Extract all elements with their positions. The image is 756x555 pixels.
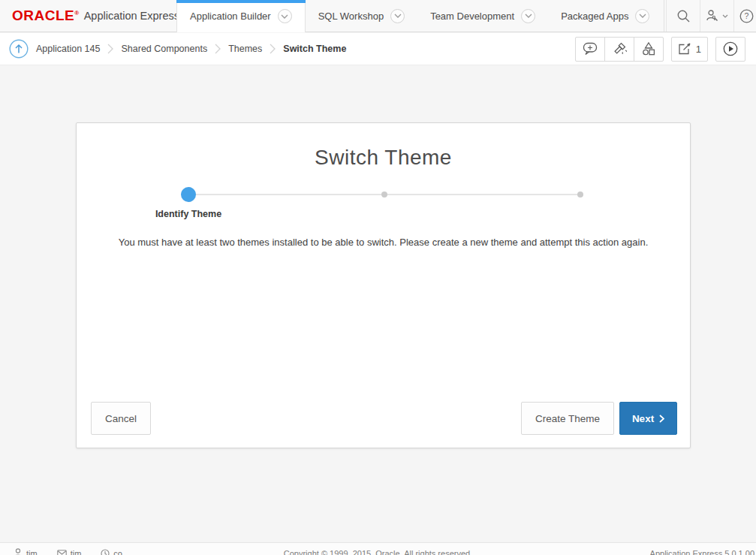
run-page-button[interactable]	[715, 37, 745, 62]
up-level-button[interactable]	[9, 39, 29, 59]
next-button-label: Next	[632, 413, 654, 424]
admin-wrench-icon	[706, 9, 719, 23]
arrow-up-circle-icon	[9, 39, 29, 59]
edit-page-number: 1	[696, 44, 701, 55]
svg-text:?: ?	[745, 11, 749, 20]
wizard-message: You must have at least two themes instal…	[77, 237, 690, 248]
tab-label: Packaged Apps	[561, 11, 628, 22]
next-button[interactable]: Next	[619, 402, 677, 435]
chevron-right-icon	[659, 415, 664, 423]
toolbar-button-group	[575, 37, 664, 62]
divider	[664, 0, 664, 32]
chevron-down-icon[interactable]	[278, 9, 292, 23]
edit-page-button[interactable]: 1	[671, 37, 708, 62]
oracle-logo: ORACLE®	[12, 8, 80, 24]
page-title: Switch Theme	[77, 146, 690, 170]
global-navigation-bar: ORACLE® Application Express Application …	[0, 0, 756, 32]
help-menu-button[interactable]: ?	[733, 0, 756, 32]
tab-sql-workshop[interactable]: SQL Workshop	[306, 0, 417, 32]
global-nav-icons: ?	[662, 0, 756, 32]
feedback-button[interactable]	[575, 37, 605, 62]
shared-components-button[interactable]	[634, 37, 664, 62]
feedback-comment-icon	[583, 42, 598, 56]
breadcrumb-application[interactable]: Application 145	[36, 44, 100, 54]
tab-team-development[interactable]: Team Development	[417, 0, 548, 32]
administration-menu-button[interactable]	[700, 0, 733, 32]
chevron-right-icon	[270, 44, 276, 54]
wizard-step-dot	[381, 192, 387, 198]
breadcrumb-themes[interactable]: Themes	[228, 44, 262, 54]
search-icon	[676, 9, 691, 23]
tab-application-builder[interactable]: Application Builder	[176, 0, 306, 32]
wizard-step-dot	[577, 192, 583, 198]
tab-label: Application Builder	[190, 11, 271, 22]
breadcrumb-bar: Application 145 Shared Components Themes…	[0, 33, 756, 65]
footer: tim tim co Copyright © 1999, 2015, Oracl…	[0, 542, 756, 555]
page-toolbar: 1	[575, 37, 748, 62]
switch-theme-wizard-card: Switch Theme Identify Theme You must hav…	[76, 122, 691, 448]
chevron-down-icon	[722, 14, 728, 18]
wizard-step-current-dot	[181, 187, 196, 202]
breadcrumb-current-page: Switch Theme	[283, 44, 346, 54]
tab-label: SQL Workshop	[318, 11, 384, 22]
tab-packaged-apps[interactable]: Packaged Apps	[548, 0, 662, 32]
product-name: Application Express	[84, 10, 179, 22]
chevron-down-icon[interactable]	[635, 9, 649, 23]
play-icon	[723, 41, 738, 56]
wizard-current-step-label: Identify Theme	[155, 209, 221, 219]
breadcrumb-shared-components[interactable]: Shared Components	[121, 44, 207, 54]
breadcrumb: Application 145 Shared Components Themes…	[36, 44, 346, 54]
edit-pencil-icon	[678, 42, 691, 56]
flashlight-icon	[612, 41, 627, 56]
chevron-down-icon[interactable]	[390, 9, 405, 23]
chevron-right-icon	[215, 44, 221, 54]
footer-version: Application Express 5.0.1.00	[650, 549, 754, 555]
tab-label: Team Development	[430, 11, 514, 22]
footer-copyright: Copyright © 1999, 2015, Oracle. All righ…	[0, 549, 756, 555]
brand: ORACLE® Application Express	[0, 0, 176, 32]
help-icon: ?	[739, 9, 754, 23]
shared-components-shapes-icon	[641, 41, 656, 56]
chevron-down-icon[interactable]	[521, 9, 535, 23]
search-button[interactable]	[666, 0, 700, 32]
chevron-right-icon	[107, 44, 113, 54]
create-theme-button[interactable]: Create Theme	[521, 402, 614, 435]
flashlight-button[interactable]	[604, 37, 634, 62]
cancel-button[interactable]: Cancel	[91, 402, 151, 435]
